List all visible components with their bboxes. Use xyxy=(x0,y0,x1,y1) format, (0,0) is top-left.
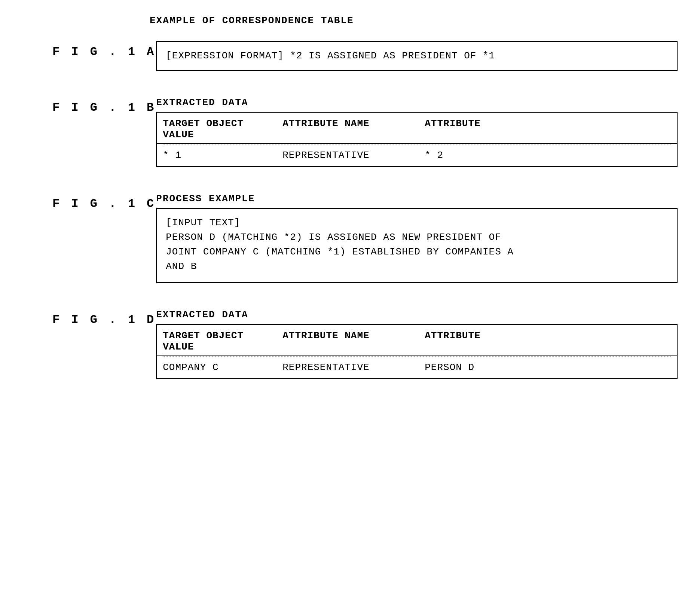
fig1d-col2-header: ATTRIBUTE NAME xyxy=(282,330,425,353)
fig1c-line4: AND B xyxy=(166,259,668,274)
fig1d-col3-data: PERSON D xyxy=(425,362,537,373)
fig1d-data-row: COMPANY C REPRESENTATIVE PERSON D xyxy=(157,357,677,378)
fig1c-line1: [INPUT TEXT] xyxy=(166,216,668,230)
fig1d-col1-data: COMPANY C xyxy=(163,362,282,373)
fig1a-label: F I G . 1 A xyxy=(52,41,156,59)
fig1c-line2: PERSON D (MATCHING *2) IS ASSIGNED AS NE… xyxy=(166,230,668,245)
fig1d-header-row: TARGET OBJECT VALUE ATTRIBUTE NAME ATTRI… xyxy=(157,325,677,356)
fig1b-col2-header: ATTRIBUTE NAME xyxy=(282,118,425,140)
fig1d-col2-data: REPRESENTATIVE xyxy=(282,362,425,373)
fig1c-section-title: PROCESS EXAMPLE xyxy=(156,193,678,204)
page-container: EXAMPLE OF CORRESPONDENCE TABLE F I G . … xyxy=(22,15,678,398)
fig1b-col1-data: * 1 xyxy=(163,150,282,161)
fig1b-header-row: TARGET OBJECT VALUE ATTRIBUTE NAME ATTRI… xyxy=(157,113,677,144)
fig1b-col3-header: ATTRIBUTE xyxy=(425,118,537,140)
fig1d-section-title: EXTRACTED DATA xyxy=(156,309,678,320)
fig1d-col3-header: ATTRIBUTE xyxy=(425,330,537,353)
fig1a-content: [EXPRESSION FORMAT] *2 IS ASSIGNED AS PR… xyxy=(156,41,678,71)
fig1a-row: F I G . 1 A [EXPRESSION FORMAT] *2 IS AS… xyxy=(52,41,678,71)
fig1d-row: F I G . 1 D EXTRACTED DATA TARGET OBJECT… xyxy=(52,309,678,379)
fig1c-line3: JOINT COMPANY C (MATCHING *1) ESTABLISHE… xyxy=(166,245,668,259)
page-title: EXAMPLE OF CORRESPONDENCE TABLE xyxy=(150,15,354,26)
fig1b-data-row: * 1 REPRESENTATIVE * 2 xyxy=(157,144,677,166)
fig1d-col1-header: TARGET OBJECT VALUE xyxy=(163,330,282,353)
fig1b-content: EXTRACTED DATA TARGET OBJECT VALUE ATTRI… xyxy=(156,97,678,167)
fig1b-table: TARGET OBJECT VALUE ATTRIBUTE NAME ATTRI… xyxy=(156,112,678,167)
fig1b-label: F I G . 1 B xyxy=(52,97,156,115)
fig1c-row: F I G . 1 C PROCESS EXAMPLE [INPUT TEXT]… xyxy=(52,193,678,283)
fig1b-section-title: EXTRACTED DATA xyxy=(156,97,678,108)
fig1b-row: F I G . 1 B EXTRACTED DATA TARGET OBJECT… xyxy=(52,97,678,167)
fig1d-label: F I G . 1 D xyxy=(52,309,156,327)
fig1c-content: PROCESS EXAMPLE [INPUT TEXT] PERSON D (M… xyxy=(156,193,678,283)
fig1d-table: TARGET OBJECT VALUE ATTRIBUTE NAME ATTRI… xyxy=(156,324,678,379)
fig1a-box: [EXPRESSION FORMAT] *2 IS ASSIGNED AS PR… xyxy=(156,41,678,71)
fig1b-col3-data: * 2 xyxy=(425,150,537,161)
fig1b-col1-header: TARGET OBJECT VALUE xyxy=(163,118,282,140)
fig1b-col2-data: REPRESENTATIVE xyxy=(282,150,425,161)
fig1d-content: EXTRACTED DATA TARGET OBJECT VALUE ATTRI… xyxy=(156,309,678,379)
fig1c-label: F I G . 1 C xyxy=(52,193,156,211)
fig1c-box: [INPUT TEXT] PERSON D (MATCHING *2) IS A… xyxy=(156,208,678,283)
